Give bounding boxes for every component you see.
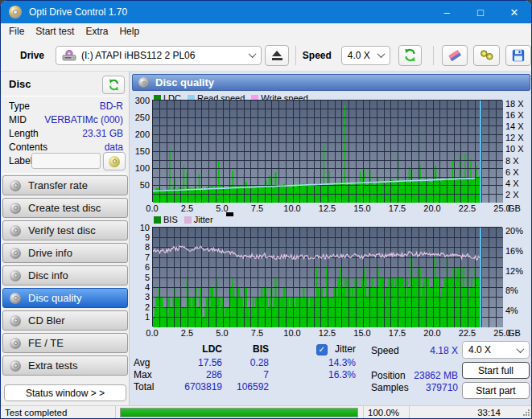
sidebar-item-create-test-disc[interactable]: Create test disc — [2, 198, 128, 218]
eraser-icon — [447, 48, 463, 63]
refresh-icon — [403, 48, 417, 62]
chevron-down-icon — [517, 345, 525, 353]
status-window-button[interactable]: Status window > > — [4, 384, 126, 401]
menu-help[interactable]: Help — [113, 24, 145, 39]
save-button[interactable] — [505, 45, 531, 66]
left-panel: Disc Type BD-R MID VERBATIMc (000) Lengt… — [1, 72, 130, 405]
sidebar-item-fe-te[interactable]: FE / TE — [2, 333, 128, 353]
tick-label: 10 X — [505, 144, 524, 154]
progress-percent: 100.0% — [368, 408, 399, 417]
chart2-left-axis: 10987654321 — [130, 227, 151, 327]
total-ldc: 6703819 — [174, 381, 222, 392]
drive-select[interactable]: (I:) ATAPI iHBS112 2 PL06 — [56, 46, 262, 65]
stats-row-label: Total — [134, 381, 174, 392]
tick-label: 9 — [145, 232, 150, 242]
tick-label: 18 X — [505, 99, 524, 109]
progress-fill — [121, 409, 357, 417]
tick-label: 150 — [135, 146, 150, 156]
samples-stat-label: Samples — [371, 382, 413, 393]
drive-icon — [62, 50, 76, 61]
sidebar-item-extra-tests[interactable]: Extra tests — [2, 355, 128, 376]
jitter-checkbox[interactable]: ✓ — [316, 344, 328, 355]
tick-label: 3 — [145, 292, 150, 302]
stats-col-bis: BIS — [222, 343, 269, 355]
menu-bar: File Start test Extra Help — [1, 23, 531, 39]
speed-stat-value: 4.18 X — [413, 345, 458, 356]
app-window: Opti Drive Control 1.70 – □ ✕ File Start… — [0, 0, 532, 419]
start-full-button[interactable]: Start full — [462, 362, 530, 379]
tick-label: 16% — [505, 246, 523, 256]
erase-button[interactable] — [442, 45, 468, 66]
disc-contents-value: data — [105, 142, 123, 153]
disc-icon — [10, 293, 21, 304]
disc-icon — [109, 156, 120, 167]
disc-icon — [10, 315, 21, 327]
tick-label: 12 X — [505, 133, 524, 142]
refresh-button[interactable] — [398, 45, 422, 66]
page-title-bar: Disc quality — [132, 74, 530, 91]
progress-bar — [120, 408, 358, 417]
tick-label: 4 X — [505, 179, 519, 188]
x-axis-unit: GB — [508, 203, 521, 213]
disc-label-button[interactable] — [103, 152, 126, 170]
search-button[interactable] — [473, 45, 499, 66]
chevron-down-icon — [377, 50, 385, 58]
sidebar-item-cd-bler[interactable]: CD Bler — [2, 310, 128, 331]
test-speed-value: 4.0 X — [468, 344, 491, 355]
test-speed-select[interactable]: 4.0 X — [462, 341, 530, 359]
toolbar-separator — [295, 46, 296, 65]
eject-icon — [272, 51, 282, 60]
tick-label: 20.0 — [419, 203, 446, 213]
menu-file[interactable]: File — [3, 24, 30, 39]
disc-icon — [10, 225, 21, 236]
maximize-button[interactable]: □ — [464, 1, 497, 23]
elapsed-time: 33:14 — [477, 408, 501, 417]
sidebar-item-disc-info[interactable]: Disc info — [2, 265, 128, 285]
drive-label: Drive — [20, 50, 44, 61]
tick-label: 7 — [145, 253, 150, 262]
minimize-button[interactable]: – — [430, 1, 464, 23]
toolbar-separator — [433, 46, 434, 65]
disc-mid-label: MID — [9, 114, 27, 125]
title-bar[interactable]: Opti Drive Control 1.70 – □ ✕ — [1, 1, 531, 23]
close-button[interactable]: ✕ — [497, 1, 531, 23]
disc-mid-value: VERBATIMc (000) — [44, 114, 123, 125]
disc-contents-label: Contents — [9, 142, 47, 153]
chart1-plot — [152, 100, 502, 202]
chart1-left-axis: 30025020015010050 — [130, 100, 151, 202]
position-stat-value: 23862 MB — [413, 370, 458, 381]
position-stat-label: Position — [371, 370, 413, 381]
tick-label: 22.5 — [454, 203, 481, 213]
tick-label: 17.5 — [384, 203, 411, 213]
chart2-plot — [152, 227, 502, 327]
tick-label: 16 X — [505, 110, 524, 120]
drive-value: (I:) ATAPI iHBS112 2 PL06 — [81, 50, 195, 61]
tick-label: 300 — [135, 96, 150, 105]
menu-extra[interactable]: Extra — [80, 24, 113, 39]
tick-label: 14 X — [505, 121, 524, 131]
jitter-checkbox-label: Jitter — [335, 343, 356, 355]
toolbar: Drive (I:) ATAPI iHBS112 2 PL06 Speed 4.… — [1, 39, 531, 72]
tick-label: 10.0 — [278, 203, 306, 213]
eject-button[interactable] — [265, 45, 288, 66]
speed-select[interactable]: 4.0 X — [341, 46, 390, 65]
status-text: Test completed — [5, 408, 67, 417]
separator — [2, 173, 126, 174]
start-part-button[interactable]: Start part — [462, 382, 530, 399]
disc-section-title: Disc — [9, 78, 31, 90]
chart1-x-axis: 0.02.55.07.510.012.515.017.520.022.525.0… — [152, 203, 530, 213]
disc-refresh-button[interactable] — [102, 76, 125, 94]
max-bis: 7 — [222, 369, 269, 380]
menu-start-test[interactable]: Start test — [30, 24, 80, 39]
sidebar-item-verify-test-disc[interactable]: Verify test disc — [2, 220, 128, 240]
tick-label: 0.0 — [138, 203, 166, 213]
legend-item: Jitter — [184, 215, 213, 224]
disc-icon — [10, 180, 21, 191]
sidebar-item-drive-info[interactable]: Drive info — [2, 243, 128, 263]
resize-grip[interactable] — [522, 409, 530, 416]
sidebar-item-disc-quality[interactable]: Disc quality — [2, 288, 128, 308]
sidebar-item-transfer-rate[interactable]: Transfer rate — [2, 175, 128, 195]
disc-label-input[interactable] — [31, 153, 101, 169]
disc-icon — [10, 248, 21, 259]
chart2-right-axis: 20%16%12%8%4% — [503, 227, 532, 327]
